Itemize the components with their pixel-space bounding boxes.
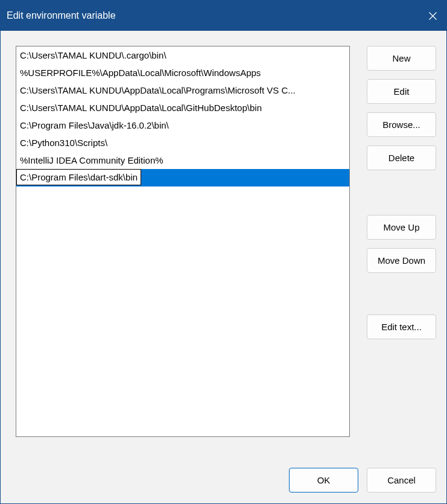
ok-button[interactable]: OK bbox=[289, 468, 358, 493]
list-item[interactable]: %IntelliJ IDEA Community Edition% bbox=[16, 152, 349, 169]
list-item-empty[interactable] bbox=[16, 204, 349, 222]
delete-button[interactable]: Delete bbox=[367, 145, 436, 170]
edit-text-button[interactable]: Edit text... bbox=[367, 314, 436, 339]
close-icon bbox=[429, 12, 437, 20]
close-button[interactable] bbox=[419, 1, 446, 31]
list-item-empty[interactable] bbox=[16, 309, 349, 327]
list-item[interactable]: C:\Users\TAMAL KUNDU\AppData\Local\Progr… bbox=[16, 81, 349, 99]
dialog-window: Edit environment variable C:\Users\TAMAL… bbox=[0, 0, 447, 504]
list-item-empty[interactable] bbox=[16, 414, 349, 432]
dialog-footer: OK Cancel bbox=[1, 468, 446, 503]
new-button[interactable]: New bbox=[367, 46, 436, 71]
edit-button[interactable]: Edit bbox=[367, 79, 436, 104]
list-item-empty[interactable] bbox=[16, 362, 349, 379]
window-title: Edit environment variable bbox=[7, 10, 419, 21]
list-item[interactable]: C:\Program Files\Java\jdk-16.0.2\bin\ bbox=[16, 116, 349, 134]
list-item-empty[interactable] bbox=[16, 379, 349, 397]
browse-button[interactable]: Browse... bbox=[367, 112, 436, 137]
titlebar: Edit environment variable bbox=[1, 1, 446, 31]
list-item-empty[interactable] bbox=[16, 397, 349, 414]
list-item-empty[interactable] bbox=[16, 292, 349, 309]
list-item-empty[interactable] bbox=[16, 187, 349, 204]
list-item[interactable]: C:\Python310\Scripts\ bbox=[16, 134, 349, 152]
path-listbox[interactable]: C:\Users\TAMAL KUNDU\.cargo\bin\ %USERPR… bbox=[16, 46, 350, 437]
list-item-empty[interactable] bbox=[16, 257, 349, 274]
list-item-empty[interactable] bbox=[16, 344, 349, 362]
list-item-empty[interactable] bbox=[16, 222, 349, 239]
list-item-empty[interactable] bbox=[16, 239, 349, 257]
list-item-empty[interactable] bbox=[16, 274, 349, 292]
cancel-button[interactable]: Cancel bbox=[367, 468, 436, 493]
list-item[interactable]: %USERPROFILE%\AppData\Local\Microsoft\Wi… bbox=[16, 64, 349, 81]
list-item-selected[interactable]: C:\Program Files\dart-sdk\bin bbox=[16, 169, 349, 187]
side-buttons: New Edit Browse... Delete Move Up Move D… bbox=[367, 46, 436, 462]
inline-edit-field[interactable]: C:\Program Files\dart-sdk\bin bbox=[16, 169, 141, 185]
list-item[interactable]: C:\Users\TAMAL KUNDU\AppData\Local\GitHu… bbox=[16, 99, 349, 116]
list-item[interactable]: C:\Users\TAMAL KUNDU\.cargo\bin\ bbox=[16, 46, 349, 64]
dialog-content: C:\Users\TAMAL KUNDU\.cargo\bin\ %USERPR… bbox=[1, 31, 446, 468]
list-item-empty[interactable] bbox=[16, 327, 349, 344]
move-down-button[interactable]: Move Down bbox=[367, 248, 436, 273]
move-up-button[interactable]: Move Up bbox=[367, 215, 436, 240]
